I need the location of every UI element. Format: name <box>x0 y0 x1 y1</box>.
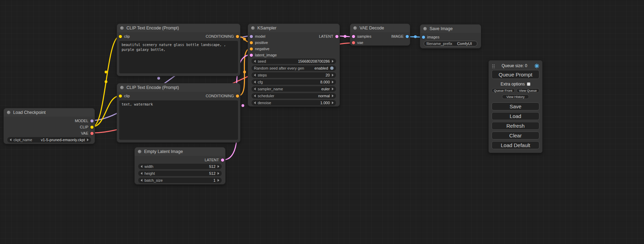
load-default-button[interactable]: Load Default <box>492 141 539 149</box>
graph-canvas[interactable]: Load Checkpoint MODEL CLIP VAE ckpt_name… <box>0 0 644 244</box>
widget-random-seed-toggle[interactable]: Random seed after every gen enabled <box>252 65 336 71</box>
image-output-port[interactable] <box>406 35 409 38</box>
node-empty-latent-image[interactable]: Empty Latent Image LATENT width 512 heig… <box>134 147 226 184</box>
collapse-dot-icon[interactable] <box>7 111 10 114</box>
decrement-arrow-icon[interactable] <box>254 101 256 104</box>
collapse-dot-icon[interactable] <box>120 86 124 89</box>
decrement-arrow-icon[interactable] <box>141 165 142 168</box>
latent-image-input-port[interactable] <box>250 54 253 57</box>
widget-scheduler[interactable]: scheduler normal <box>252 93 336 99</box>
increment-arrow-icon[interactable] <box>87 138 89 141</box>
increment-arrow-icon[interactable] <box>332 101 334 104</box>
refresh-button[interactable]: Refresh <box>492 122 539 130</box>
decrement-arrow-icon[interactable] <box>254 81 256 83</box>
toggle-dot-icon[interactable] <box>330 66 334 70</box>
widget-value: 156680208700286 <box>298 59 330 63</box>
widget-batch-size[interactable]: batch_size 1 <box>138 178 222 183</box>
clip-output-port[interactable] <box>90 126 94 129</box>
widget-steps[interactable]: steps 20 <box>252 72 336 78</box>
queue-front-button[interactable]: Queue Front <box>492 88 515 93</box>
positive-input-port[interactable] <box>250 41 253 44</box>
collapse-dot-icon[interactable] <box>120 26 124 30</box>
decrement-arrow-icon[interactable] <box>10 138 11 141</box>
widget-denoise[interactable]: denoise 1.000 <box>252 100 336 106</box>
widget-label: seed <box>258 59 266 63</box>
clip-input-port[interactable] <box>119 35 122 38</box>
decrement-arrow-icon[interactable] <box>141 172 142 175</box>
widget-ckpt-name[interactable]: ckpt_name v1-5-pruned-emaonly.ckpt <box>7 137 91 143</box>
view-queue-button[interactable]: View Queue <box>517 88 540 93</box>
clip-input-port[interactable] <box>119 94 122 98</box>
widget-seed[interactable]: seed 156680208700286 <box>252 58 336 64</box>
queue-prompt-button[interactable]: Queue Prompt <box>492 70 539 79</box>
node-title-bar[interactable]: CLIP Text Encode (Prompt) <box>117 83 240 92</box>
view-history-button[interactable]: View History <box>502 94 529 99</box>
drag-handle-icon[interactable] <box>492 64 495 68</box>
port-label: images <box>427 35 439 39</box>
widget-label: batch_size <box>144 178 163 182</box>
widget-width[interactable]: width 512 <box>138 164 222 169</box>
collapse-dot-icon[interactable] <box>138 150 141 153</box>
samples-input-port[interactable] <box>352 35 355 38</box>
extra-options-checkbox[interactable] <box>527 82 530 86</box>
latent-output-port[interactable] <box>335 35 338 38</box>
decrement-arrow-icon[interactable] <box>254 88 256 90</box>
widget-sampler-name[interactable]: sampler_name euler <box>252 86 336 92</box>
clear-button[interactable]: Clear <box>492 132 539 139</box>
port-label: CONDITIONING <box>206 34 234 38</box>
increment-arrow-icon[interactable] <box>218 165 219 168</box>
node-ksampler[interactable]: KSampler model LATENT positive <box>248 24 340 107</box>
node-title-bar[interactable]: Save Image <box>420 25 481 33</box>
widget-label: Random seed after every gen <box>254 66 304 70</box>
vae-output-port[interactable] <box>90 132 94 135</box>
decrement-arrow-icon[interactable] <box>141 179 142 182</box>
increment-arrow-icon[interactable] <box>332 74 334 76</box>
increment-arrow-icon[interactable] <box>332 60 334 63</box>
model-input-port[interactable] <box>250 35 253 38</box>
images-input-port[interactable] <box>422 36 425 39</box>
increment-arrow-icon[interactable] <box>332 81 334 83</box>
latent-output-port[interactable] <box>221 159 224 162</box>
collapse-dot-icon[interactable] <box>353 26 357 30</box>
decrement-arrow-icon[interactable] <box>254 60 256 63</box>
node-save-image[interactable]: Save Image images filename_prefix ComfyU… <box>420 24 481 48</box>
node-title-bar[interactable]: VAE Decode <box>350 24 410 32</box>
decrement-arrow-icon[interactable] <box>254 74 256 76</box>
increment-arrow-icon[interactable] <box>332 94 334 97</box>
load-button[interactable]: Load <box>492 112 539 120</box>
negative-input-port[interactable] <box>250 47 253 51</box>
node-title-bar[interactable]: KSampler <box>248 24 339 32</box>
port-label: samples <box>357 34 371 38</box>
conditioning-output-port[interactable] <box>236 94 239 98</box>
node-title-bar[interactable]: Load Checkpoint <box>4 108 95 117</box>
negative-prompt-textarea[interactable]: text, watermark <box>119 100 238 140</box>
settings-gear-icon[interactable] <box>534 63 539 69</box>
widget-label: scheduler <box>258 94 274 98</box>
increment-arrow-icon[interactable] <box>218 172 219 175</box>
node-title-bar[interactable]: CLIP Text Encode (Prompt) <box>117 24 240 32</box>
node-clip-text-encode-negative[interactable]: CLIP Text Encode (Prompt) clip CONDITION… <box>117 83 240 143</box>
model-output-port[interactable] <box>90 119 94 123</box>
node-title-bar[interactable]: Empty Latent Image <box>135 147 225 156</box>
widget-label: denoise <box>258 101 271 105</box>
decrement-arrow-icon[interactable] <box>254 94 256 97</box>
increment-arrow-icon[interactable] <box>332 88 334 90</box>
conditioning-output-port[interactable] <box>236 35 239 38</box>
collapse-dot-icon[interactable] <box>423 27 427 30</box>
node-title: KSampler <box>257 26 276 30</box>
widget-label: height <box>144 171 155 175</box>
node-vae-decode[interactable]: VAE Decode samples IMAGE vae <box>350 24 410 46</box>
node-clip-text-encode-positive[interactable]: CLIP Text Encode (Prompt) clip CONDITION… <box>117 24 240 76</box>
save-button[interactable]: Save <box>492 102 539 110</box>
widget-height[interactable]: height 512 <box>138 171 222 176</box>
increment-arrow-icon[interactable] <box>218 179 219 182</box>
vae-input-port[interactable] <box>352 41 355 44</box>
collapse-dot-icon[interactable] <box>251 26 255 30</box>
widget-filename-prefix[interactable]: filename_prefix ComfyUI <box>424 41 477 46</box>
positive-prompt-textarea[interactable]: beautiful scenery nature glass bottle la… <box>119 41 238 73</box>
node-load-checkpoint[interactable]: Load Checkpoint MODEL CLIP VAE ckpt_name… <box>3 108 95 144</box>
wire-midpoint-dot <box>241 104 244 107</box>
widget-cfg[interactable]: cfg 8.000 <box>252 79 336 85</box>
queue-panel[interactable]: Queue size: 0 Queue Prompt Extra options <box>488 60 542 153</box>
node-title: VAE Decode <box>360 26 384 30</box>
